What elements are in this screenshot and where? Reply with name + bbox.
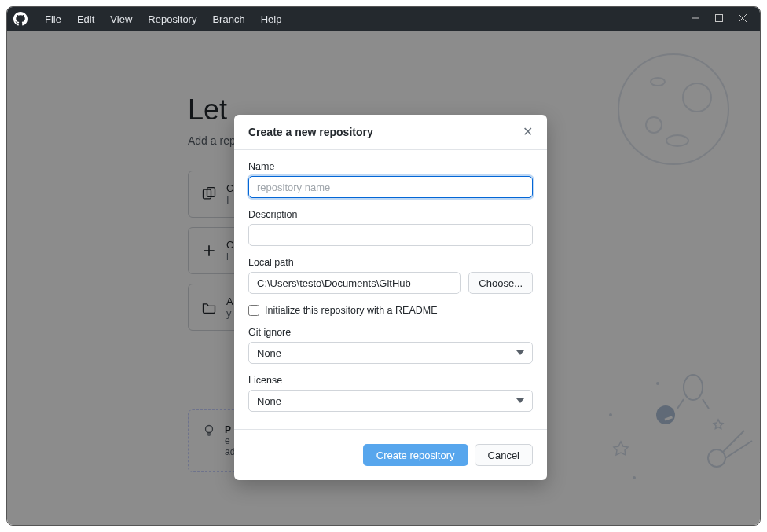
license-label: License: [248, 375, 533, 386]
readme-checkbox[interactable]: [248, 305, 259, 316]
window-close-icon[interactable]: [738, 13, 747, 25]
dialog-title: Create a new repository: [248, 126, 373, 138]
gitignore-label: Git ignore: [248, 327, 533, 338]
menu-edit[interactable]: Edit: [69, 13, 102, 25]
window-minimize-icon[interactable]: [691, 13, 700, 25]
dialog-close-icon[interactable]: ✕: [523, 126, 533, 138]
menu-view[interactable]: View: [102, 13, 140, 25]
name-input[interactable]: [248, 176, 533, 198]
window-maximize-icon[interactable]: [714, 13, 724, 25]
create-repo-dialog: Create a new repository ✕ Name Descripti…: [234, 115, 547, 480]
svg-rect-1: [716, 14, 723, 21]
readme-label: Initialize this repository with a README: [265, 305, 438, 316]
description-label: Description: [248, 209, 533, 220]
create-repository-button[interactable]: Create repository: [363, 444, 468, 466]
description-input[interactable]: [248, 224, 533, 246]
titlebar: File Edit View Repository Branch Help: [7, 7, 760, 31]
localpath-label: Local path: [248, 257, 533, 268]
menu-repository[interactable]: Repository: [140, 13, 204, 25]
cancel-button[interactable]: Cancel: [475, 444, 533, 466]
menu-branch[interactable]: Branch: [204, 13, 252, 25]
menu-file[interactable]: File: [37, 13, 69, 25]
license-select[interactable]: None: [248, 390, 533, 412]
name-label: Name: [248, 161, 533, 172]
github-logo-icon: [13, 12, 28, 26]
gitignore-select[interactable]: None: [248, 342, 533, 364]
choose-path-button[interactable]: Choose...: [468, 272, 533, 294]
menu-help[interactable]: Help: [253, 13, 290, 25]
localpath-input[interactable]: [248, 272, 461, 294]
